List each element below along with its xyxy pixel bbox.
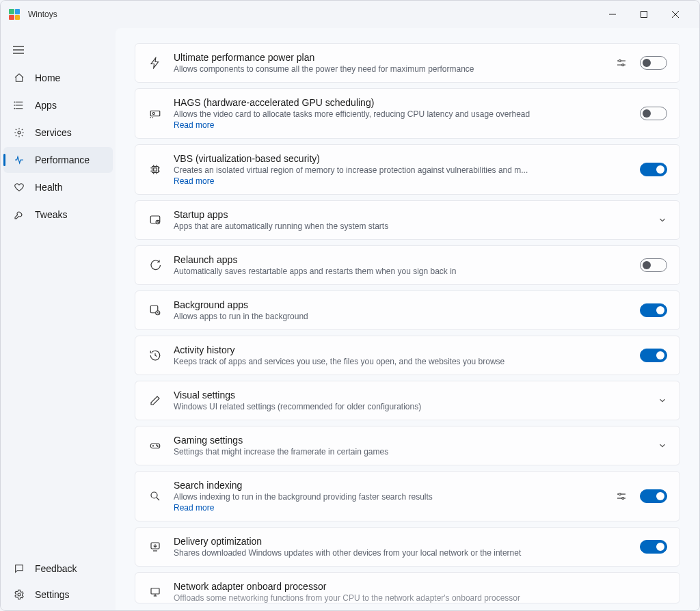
sidebar-item-tweaks[interactable]: Tweaks: [3, 202, 113, 228]
svg-rect-51: [151, 588, 159, 594]
card-vbs[interactable]: VBS (virtualization-based security) Crea…: [135, 144, 680, 195]
cpu-icon: [148, 162, 163, 177]
card-title: Delivery optimization: [174, 536, 629, 547]
window-close-button[interactable]: [660, 3, 691, 25]
settings-icon: [13, 588, 25, 601]
sidebar: Home Apps Services Performance: [1, 28, 116, 610]
sidebar-item-settings[interactable]: Settings: [3, 582, 113, 608]
background-apps-icon: [148, 303, 163, 318]
gamepad-icon: [148, 438, 163, 453]
card-title: HAGS (hardware-accelerated GPU schedulin…: [174, 97, 629, 108]
sidebar-item-label: Feedback: [35, 563, 77, 574]
svg-point-13: [18, 131, 21, 134]
apps-icon: [13, 99, 25, 111]
svg-rect-24: [154, 168, 157, 172]
svg-point-45: [619, 493, 621, 495]
sidebar-item-label: Services: [35, 127, 72, 138]
svg-point-11: [14, 105, 15, 106]
sliders-icon[interactable]: [615, 57, 628, 69]
startup-icon: [148, 213, 163, 228]
card-title: Search indexing: [174, 480, 604, 491]
card-description: Windows UI related settings (recommended…: [174, 402, 647, 411]
bolt-icon: [148, 55, 163, 70]
sidebar-item-services[interactable]: Services: [3, 120, 113, 146]
card-hags[interactable]: HAGS (hardware-accelerated GPU schedulin…: [135, 88, 680, 139]
sidebar-item-label: Home: [35, 72, 60, 83]
sidebar-item-label: Health: [35, 182, 62, 193]
refresh-icon: [148, 258, 163, 273]
card-title: Ultimate performance power plan: [174, 52, 604, 63]
svg-point-41: [157, 446, 158, 446]
pencil-icon: [148, 393, 163, 408]
background-apps-toggle[interactable]: [640, 303, 667, 317]
svg-point-18: [622, 64, 624, 66]
network-icon: [148, 584, 163, 599]
card-gaming-settings[interactable]: Gaming settings Settings that might incr…: [135, 426, 680, 465]
window-minimize-button[interactable]: [597, 3, 628, 25]
home-icon: [13, 72, 25, 84]
read-more-link[interactable]: Read more: [174, 503, 604, 513]
read-more-link[interactable]: Read more: [174, 120, 629, 130]
search-indexing-toggle[interactable]: [640, 489, 667, 503]
sidebar-item-feedback[interactable]: Feedback: [3, 556, 113, 582]
sidebar-item-performance[interactable]: Performance: [3, 147, 113, 173]
sidebar-item-home[interactable]: Home: [3, 65, 113, 91]
pulse-icon: [13, 154, 25, 166]
card-title: Visual settings: [174, 390, 647, 400]
card-title: Gaming settings: [174, 435, 647, 446]
svg-rect-19: [150, 111, 160, 116]
card-description: Creates an isolated virtual region of me…: [174, 165, 629, 175]
sidebar-item-apps[interactable]: Apps: [3, 92, 113, 118]
window-maximize-button[interactable]: [628, 3, 660, 25]
gear-icon: [13, 126, 25, 139]
content-area: Ultimate performance power plan Allows c…: [116, 28, 699, 610]
titlebar: Wintoys: [1, 1, 699, 28]
app-logo-icon: [9, 9, 20, 20]
gpu-icon: [148, 106, 163, 121]
hamburger-button[interactable]: [1, 42, 116, 65]
card-activity-history[interactable]: Activity history Keeps track of apps and…: [135, 336, 680, 375]
feedback-icon: [13, 562, 25, 575]
card-title: VBS (virtualization-based security): [174, 153, 629, 164]
sidebar-item-health[interactable]: Health: [3, 174, 113, 200]
heart-icon: [13, 181, 25, 193]
svg-rect-1: [641, 12, 647, 18]
search-icon: [148, 489, 163, 504]
card-description: Apps that are automatically running when…: [174, 221, 647, 231]
card-ultimate-performance[interactable]: Ultimate performance power plan Allows c…: [135, 43, 680, 83]
download-icon: [148, 539, 163, 554]
chevron-down-icon: [658, 441, 667, 450]
card-relaunch-apps[interactable]: Relaunch apps Automatically saves restar…: [135, 245, 680, 285]
activity-history-toggle[interactable]: [640, 349, 667, 362]
svg-point-12: [14, 108, 15, 109]
card-description: Offloads some networking functions from …: [174, 593, 667, 603]
card-description: Keeps track of apps and services you use…: [174, 357, 629, 366]
card-description: Allows the video card to allocate tasks …: [174, 109, 629, 119]
card-title: Activity history: [174, 344, 629, 355]
card-title: Startup apps: [174, 209, 647, 220]
card-network-adapter[interactable]: Network adapter onboard processor Offloa…: [135, 572, 680, 603]
chevron-down-icon: [658, 215, 667, 225]
relaunch-apps-toggle[interactable]: [640, 258, 667, 272]
svg-point-16: [619, 60, 621, 62]
card-visual-settings[interactable]: Visual settings Windows UI related setti…: [135, 381, 680, 420]
card-description: Automatically saves restartable apps and…: [174, 267, 629, 276]
card-search-indexing[interactable]: Search indexing Allows indexing to run i…: [135, 471, 680, 521]
sliders-icon[interactable]: [615, 490, 628, 502]
svg-line-43: [157, 498, 159, 500]
card-delivery-optimization[interactable]: Delivery optimization Shares downloaded …: [135, 527, 680, 567]
wrench-icon: [13, 208, 25, 221]
svg-point-47: [622, 498, 624, 500]
sidebar-item-label: Performance: [35, 154, 90, 165]
delivery-optimization-toggle[interactable]: [640, 540, 667, 554]
ultimate-performance-toggle[interactable]: [640, 56, 667, 70]
card-title: Relaunch apps: [174, 254, 629, 265]
vbs-toggle[interactable]: [640, 163, 667, 176]
svg-point-20: [152, 113, 154, 115]
sidebar-item-label: Settings: [35, 589, 70, 600]
hags-toggle[interactable]: [640, 107, 667, 120]
read-more-link[interactable]: Read more: [174, 176, 629, 186]
card-background-apps[interactable]: Background apps Allows apps to run in th…: [135, 290, 680, 330]
card-startup-apps[interactable]: Startup apps Apps that are automatically…: [135, 200, 680, 240]
svg-point-42: [151, 492, 157, 498]
